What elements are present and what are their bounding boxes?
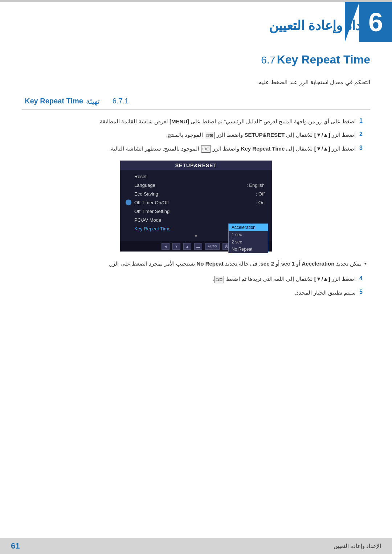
menu-value-off-timer-onoff: : On xyxy=(256,200,265,205)
menu-body: Reset Language : English Eco Saving : Of… xyxy=(120,170,272,241)
nav-btn-back: ◄ xyxy=(162,243,170,250)
menu-label-eco-saving: Eco Saving xyxy=(134,191,252,197)
steps-container-continued: 4 اضغط الزر [▲/▼] للانتقال إلى اللغة الت… xyxy=(22,274,370,297)
menu-item-off-timer-onoff: Off Timer On/Off : On xyxy=(120,198,272,207)
menu-label-off-timer-onoff: Off Timer On/Off xyxy=(134,200,252,205)
step-1-number: 1 xyxy=(359,117,370,124)
section-number: 6.7 xyxy=(261,54,275,66)
note-section: • يمكن تحديد Acceleration أو 1 sec أو 2 … xyxy=(22,259,370,269)
subsection-number: 6.7.1 xyxy=(113,97,128,105)
menu-label-reset: Reset xyxy=(134,174,265,179)
section-description: التحكم في معدل استجابة الزر عند الضغط عل… xyxy=(22,77,370,88)
note-bullet: • xyxy=(364,259,367,269)
menu-value-eco-saving: : Off xyxy=(256,191,265,197)
nav-btn-auto: AUTO xyxy=(205,243,220,250)
subsection-header: 6.7.1 تهيئة Key Repeat Time xyxy=(22,97,370,110)
step-5: 5 سيتم تطبيق الخيار المحدد. xyxy=(22,288,370,297)
menu-item-pcav-mode: PC/AV Mode xyxy=(120,216,272,224)
note-item: • يمكن تحديد Acceleration أو 1 sec أو 2 … xyxy=(22,259,367,269)
menu-item-language: Language : English xyxy=(120,181,272,189)
step-4-number: 4 xyxy=(359,274,370,282)
footer-title: الإعداد وإعادة التعيين xyxy=(334,543,381,549)
menu-item-off-timer-setting: Off Timer Setting xyxy=(120,207,272,216)
chapter-number: 6 xyxy=(368,9,383,35)
nav-btn-down: ▼ xyxy=(172,243,180,250)
section-title: 6.7 Key Repeat Time xyxy=(22,53,370,66)
menu-screenshot: SETUP&RESET Reset Language : English Eco… xyxy=(120,160,272,252)
page-footer: 61 الإعداد وإعادة التعيين xyxy=(0,538,392,554)
section-name: Key Repeat Time xyxy=(277,53,370,66)
step-4-text: اضغط الزر [▲/▼] للانتقال إلى اللغة التي … xyxy=(22,274,356,284)
chapter-accent-triangle xyxy=(345,2,359,42)
footer-page-number: 61 xyxy=(11,541,20,551)
step-5-text: سيتم تطبيق الخيار المحدد. xyxy=(22,288,356,297)
main-content: 6.7 Key Repeat Time التحكم في معدل استجا… xyxy=(0,42,392,319)
steps-container: 1 اضغط على أي زر من واجهة المنتج لعرض "ا… xyxy=(22,117,370,153)
step-3-number: 3 xyxy=(359,144,370,151)
subsection-label-ar: تهيئة xyxy=(86,97,100,106)
step-3: 3 اضغط الزر [▲/▼] للانتقال إلى Key Repea… xyxy=(22,144,370,153)
chapter-header: الإعداد وإعادة التعيين 6 xyxy=(0,2,392,42)
dropdown-option-acceleration: Acceleration xyxy=(229,224,268,231)
menu-label-pcav-mode: PC/AV Mode xyxy=(134,217,265,223)
step-2-number: 2 xyxy=(359,130,370,138)
menu-value-language: : English xyxy=(246,182,265,188)
subsection-name-en: Key Repeat Time xyxy=(25,97,83,105)
step-3-text: اضغط الزر [▲/▼] للانتقال إلى Key Repeat … xyxy=(22,144,356,153)
dropdown-option-1sec: 1 sec xyxy=(229,231,268,238)
menu-item-key-repeat-time: Key Repeat Time : Acceleration 1 sec 2 s… xyxy=(120,224,272,233)
step-2-text: اضغط الزر [▲/▼] للانتقال إلى SETUP&RESET… xyxy=(22,130,356,140)
key-repeat-dropdown: Acceleration 1 sec 2 sec No Repeat xyxy=(228,223,268,253)
step-1-text: اضغط على أي زر من واجهة المنتج لعرض "الد… xyxy=(22,117,356,126)
note-text: يمكن تحديد Acceleration أو 1 sec أو 2 se… xyxy=(109,259,361,268)
menu-title: SETUP&RESET xyxy=(120,161,272,170)
step-4: 4 اضغط الزر [▲/▼] للانتقال إلى اللغة الت… xyxy=(22,274,370,284)
step-5-number: 5 xyxy=(359,288,370,295)
step-1: 1 اضغط على أي زر من واجهة المنتج لعرض "ا… xyxy=(22,117,370,126)
dropdown-option-no-repeat: No Repeat xyxy=(229,246,268,253)
dropdown-option-2sec: 2 sec xyxy=(229,238,268,246)
menu-item-reset: Reset xyxy=(120,172,272,181)
step-2: 2 اضغط الزر [▲/▼] للانتقال إلى SETUP&RES… xyxy=(22,130,370,140)
menu-label-off-timer-setting: Off Timer Setting xyxy=(134,209,265,214)
nav-btn-up: ▲ xyxy=(183,243,191,250)
menu-item-eco-saving: Eco Saving : Off xyxy=(120,189,272,198)
nav-btn-enter: ▬ xyxy=(194,243,202,250)
menu-label-language: Language xyxy=(134,182,243,188)
chapter-number-box: 6 xyxy=(359,2,392,42)
menu-bullet-off-timer-onoff xyxy=(126,200,131,205)
